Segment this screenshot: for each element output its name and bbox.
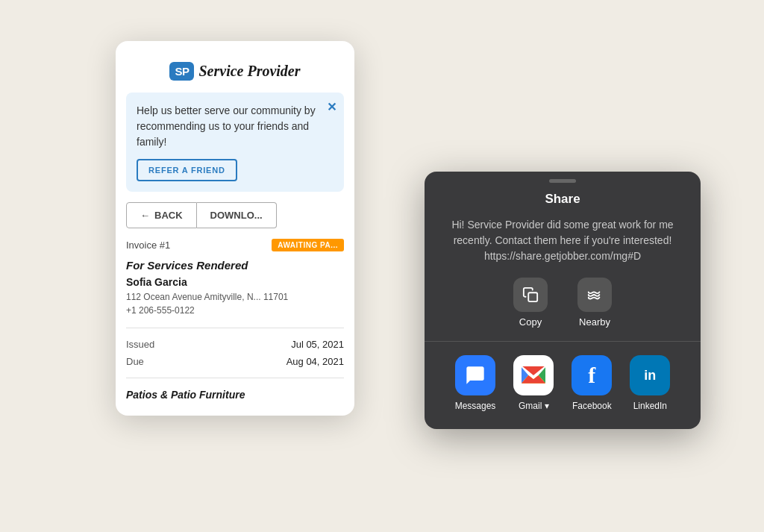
share-apps: Messages Gmail ▾ f Facebook in LinkedIn <box>425 355 701 429</box>
due-date: Aug 04, 2021 <box>286 356 344 367</box>
share-app-messages[interactable]: Messages <box>455 355 496 411</box>
gmail-icon <box>513 355 554 395</box>
refer-friend-button[interactable]: REFER A FRIEND <box>137 159 237 181</box>
facebook-label: Facebook <box>572 401 612 411</box>
phone-card: SP Service Provider ✕ Help us better ser… <box>116 41 354 416</box>
logo-text: Service Provider <box>198 63 300 80</box>
back-arrow-icon: ← <box>140 210 150 221</box>
facebook-icon: f <box>572 355 612 395</box>
share-sheet: Share Hi! Service Provider did some grea… <box>425 172 701 429</box>
refer-banner: ✕ Help us better serve our community by … <box>126 93 344 192</box>
share-divider <box>425 341 701 342</box>
client-address: 112 Ocean Avenue Amityville, N... 11701 … <box>126 290 344 317</box>
share-handle <box>425 172 701 186</box>
phone-header: SP Service Provider <box>116 41 354 93</box>
logo-box: SP <box>169 62 194 81</box>
gmail-label: Gmail ▾ <box>519 401 549 411</box>
issued-label: Issued <box>126 339 154 350</box>
action-row: ← ← BACK BACK DOWNLO... <box>126 202 344 228</box>
status-badge: AWAITING PA... <box>272 239 344 251</box>
share-title: Share <box>425 186 701 217</box>
client-name: Sofia Garcia <box>126 276 344 288</box>
linkedin-label: LinkedIn <box>633 401 667 411</box>
back-button[interactable]: ← ← BACK BACK <box>126 202 197 228</box>
copy-icon <box>513 278 548 312</box>
share-app-linkedin[interactable]: in LinkedIn <box>630 355 670 411</box>
share-message: Hi! Service Provider did some great work… <box>425 217 701 278</box>
sp-logo: SP Service Provider <box>169 62 300 81</box>
share-app-gmail[interactable]: Gmail ▾ <box>513 355 554 411</box>
invoice-title: For Services Rendered <box>126 259 344 272</box>
close-icon[interactable]: ✕ <box>327 100 336 114</box>
handle-bar <box>549 179 576 183</box>
invoice-section: Invoice #1 AWAITING PA... For Services R… <box>116 239 354 401</box>
due-label: Due <box>126 356 144 367</box>
messages-icon <box>455 355 495 395</box>
issued-date: Jul 05, 2021 <box>291 339 344 350</box>
messages-label: Messages <box>455 401 496 411</box>
svg-rect-0 <box>528 292 537 301</box>
nearby-button[interactable]: Nearby <box>577 278 612 328</box>
download-button[interactable]: DOWNLO... <box>197 202 277 228</box>
linkedin-icon: in <box>630 355 670 395</box>
divider-2 <box>126 378 344 378</box>
copy-button[interactable]: Copy <box>513 278 548 328</box>
due-row: Due Aug 04, 2021 <box>126 356 344 367</box>
share-actions: Copy Nearby <box>425 278 701 341</box>
invoice-number: Invoice #1 <box>126 240 170 251</box>
line-item-title: Patios & Patio Furniture <box>126 389 344 401</box>
issued-row: Issued Jul 05, 2021 <box>126 339 344 350</box>
banner-text: Help us better serve our community by re… <box>137 103 334 150</box>
share-app-facebook[interactable]: f Facebook <box>572 355 612 411</box>
nearby-icon <box>577 278 612 312</box>
invoice-header-row: Invoice #1 AWAITING PA... <box>126 239 344 251</box>
divider-1 <box>126 328 344 328</box>
